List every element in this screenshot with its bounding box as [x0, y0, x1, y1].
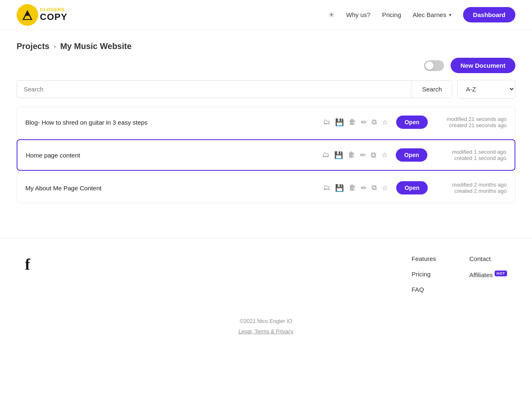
save-icon[interactable]: 💾	[334, 151, 343, 160]
document-row: Blog- How to shred on guitar in 3 easy s…	[17, 107, 515, 138]
footer-col-2: Contact AffiliatesHOT	[469, 255, 507, 293]
nav-right: ☀ Why us? Pricing Alec Barnes ▾ Dashboar…	[328, 7, 515, 22]
logo-text: CLOSERS COPY	[40, 7, 67, 22]
open-document-button[interactable]: Open	[396, 181, 428, 194]
user-menu-chevron: ▾	[449, 12, 451, 18]
doc-modified: modified 1 second ago	[427, 149, 506, 155]
footer-inner: f Features Pricing FAQ Contact Affiliate…	[25, 255, 507, 293]
logo-icon	[17, 4, 38, 26]
search-bar: Search	[17, 80, 452, 98]
star-icon[interactable]: ☆	[382, 118, 388, 127]
footer-columns: Features Pricing FAQ Contact AffiliatesH…	[412, 255, 507, 293]
star-icon[interactable]: ☆	[381, 151, 387, 160]
dashboard-button[interactable]: Dashboard	[463, 7, 515, 22]
legal-link[interactable]: Legal, Terms & Privacy	[238, 328, 294, 335]
breadcrumb-projects-link[interactable]: Projects	[17, 42, 49, 51]
user-name: Alec Barnes	[413, 11, 446, 18]
edit-icon[interactable]: ✏	[361, 184, 367, 192]
doc-metadata: modified 2 months ago created 2 months a…	[428, 182, 507, 194]
footer-bottom: ©2021 Nico Engler IO Legal, Terms & Priv…	[25, 318, 507, 335]
search-button[interactable]: Search	[412, 81, 452, 98]
open-document-button[interactable]: Open	[396, 116, 428, 129]
doc-metadata: modified 1 second ago created 1 second a…	[427, 149, 506, 161]
doc-actions: 🗂 💾 🗑 ✏ ⧉ ☆	[322, 151, 387, 160]
document-name: Home page content	[26, 152, 314, 159]
trash-icon[interactable]: 🗑	[349, 184, 356, 192]
breadcrumb-separator: ›	[54, 42, 56, 51]
copy-icon[interactable]: ⧉	[372, 118, 377, 126]
doc-created: created 21 seconds ago	[428, 122, 507, 128]
facebook-icon[interactable]: f	[25, 255, 30, 273]
sort-select[interactable]: A-Z Z-A Newest Oldest	[457, 80, 515, 98]
search-input[interactable]	[17, 81, 412, 98]
logo-copy-text: COPY	[40, 12, 67, 22]
search-sort-row: Search A-Z Z-A Newest Oldest	[17, 80, 515, 98]
footer-contact-link[interactable]: Contact	[469, 255, 507, 262]
footer: f Features Pricing FAQ Contact Affiliate…	[0, 238, 532, 352]
footer-col-1: Features Pricing FAQ	[412, 255, 436, 293]
copy-icon[interactable]: ⧉	[371, 151, 376, 160]
doc-actions: 🗂 💾 🗑 ✏ ⧉ ☆	[323, 118, 388, 127]
toggle-switch[interactable]	[424, 60, 444, 71]
logo[interactable]: CLOSERS COPY	[17, 4, 67, 26]
user-menu[interactable]: Alec Barnes ▾	[413, 11, 451, 18]
theme-toggle-icon[interactable]: ☀	[328, 10, 335, 20]
doc-created: created 1 second ago	[427, 155, 506, 161]
footer-faq-link[interactable]: FAQ	[412, 286, 436, 293]
footer-features-link[interactable]: Features	[412, 255, 436, 262]
copyright-text: ©2021 Nico Engler IO	[25, 318, 507, 324]
toolbar: New Document	[0, 58, 532, 80]
document-name: Blog- How to shred on guitar in 3 easy s…	[25, 119, 315, 126]
save-icon[interactable]: 💾	[335, 118, 344, 127]
footer-affiliates-link[interactable]: AffiliatesHOT	[469, 271, 507, 278]
navbar: CLOSERS COPY ☀ Why us? Pricing Alec Barn…	[0, 0, 532, 30]
open-document-button[interactable]: Open	[396, 148, 427, 162]
folder-icon[interactable]: 🗂	[323, 118, 330, 126]
doc-actions: 🗂 💾 🗑 ✏ ⧉ ☆	[323, 184, 388, 192]
edit-icon[interactable]: ✏	[360, 151, 366, 160]
doc-metadata: modified 21 seconds ago created 21 secon…	[428, 116, 507, 128]
footer-pricing-link[interactable]: Pricing	[412, 271, 436, 278]
save-icon[interactable]: 💾	[335, 184, 344, 192]
doc-modified: modified 2 months ago	[428, 182, 507, 188]
new-document-button[interactable]: New Document	[451, 58, 515, 73]
breadcrumb: Projects › My Music Website	[0, 30, 532, 58]
folder-icon[interactable]: 🗂	[322, 151, 329, 159]
doc-modified: modified 21 seconds ago	[428, 116, 507, 122]
document-name: My About Me Page Content	[25, 185, 315, 192]
edit-icon[interactable]: ✏	[361, 118, 367, 127]
doc-created: created 2 months ago	[428, 188, 507, 194]
nav-pricing[interactable]: Pricing	[382, 11, 401, 18]
document-row: My About Me Page Content 🗂 💾 🗑 ✏ ⧉ ☆ Ope…	[17, 172, 515, 203]
folder-icon[interactable]: 🗂	[323, 184, 330, 192]
hot-badge: HOT	[495, 271, 507, 276]
nav-why-us[interactable]: Why us?	[346, 11, 370, 18]
star-icon[interactable]: ☆	[382, 184, 388, 192]
documents-list: Blog- How to shred on guitar in 3 easy s…	[0, 107, 532, 205]
document-row: Home page content 🗂 💾 🗑 ✏ ⧉ ☆ Open modif…	[17, 139, 515, 171]
trash-icon[interactable]: 🗑	[349, 118, 356, 126]
copy-icon[interactable]: ⧉	[372, 184, 377, 192]
trash-icon[interactable]: 🗑	[348, 151, 355, 159]
breadcrumb-current-page: My Music Website	[60, 42, 132, 51]
